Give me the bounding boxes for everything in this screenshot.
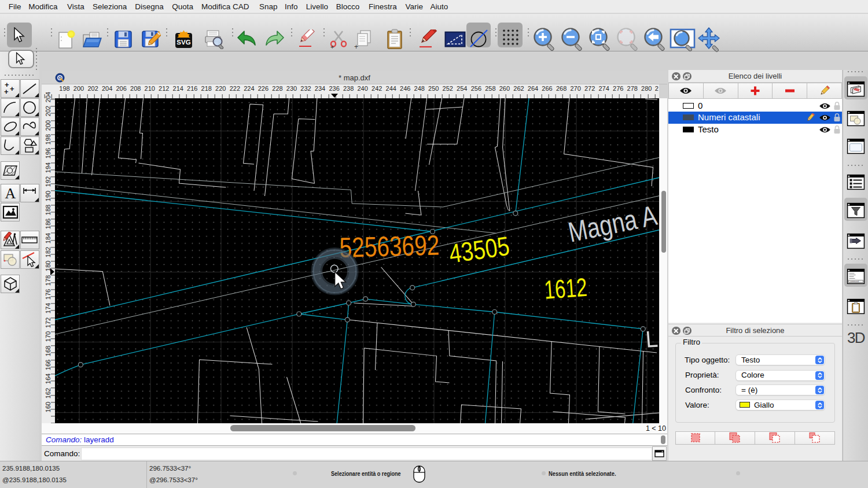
svg-text:43505: 43505: [447, 231, 511, 268]
svg-text:+: +: [10, 84, 14, 93]
svg-text:A: A: [5, 185, 16, 201]
svg-text:SVG: SVG: [176, 39, 190, 46]
svg-text:command: command: [850, 280, 859, 283]
svg-text:+: +: [354, 43, 358, 50]
svg-text:+: +: [4, 87, 9, 96]
svg-text:+: +: [330, 43, 334, 50]
svg-text:1612: 1612: [543, 272, 587, 304]
